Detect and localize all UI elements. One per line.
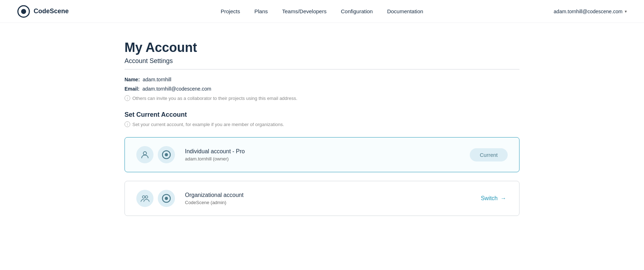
- email-note-row: i Others can invite you as a collaborato…: [125, 95, 519, 101]
- switch-button[interactable]: Switch →: [479, 192, 508, 205]
- individual-account-name: Individual account - Pro: [185, 148, 463, 155]
- nav-teams[interactable]: Teams/Developers: [282, 8, 326, 14]
- account-icons-individual: [136, 146, 175, 163]
- nav-links: Projects Plans Teams/Developers Configur…: [90, 8, 554, 14]
- set-account-note-row: i Set your current account, for example …: [125, 121, 519, 127]
- switch-label: Switch: [481, 195, 498, 202]
- svg-point-2: [143, 152, 147, 155]
- person-icon: [140, 150, 150, 159]
- name-value: adam.tornhill: [143, 77, 171, 82]
- set-account-note-text: Set your current account, for example if…: [132, 122, 284, 127]
- org-codescene-ring-icon: [161, 193, 171, 203]
- name-label: Name:: [125, 77, 140, 82]
- nav-configuration[interactable]: Configuration: [341, 8, 373, 14]
- user-email-display: adam.tornhill@codescene.com: [554, 9, 623, 14]
- svg-point-1: [21, 9, 26, 14]
- set-account-heading: Set Current Account: [125, 111, 519, 119]
- individual-account-sub: adam.tornhill (owner): [185, 156, 463, 161]
- name-row: Name: adam.tornhill: [125, 77, 519, 82]
- nav-projects[interactable]: Projects: [221, 8, 240, 14]
- svg-point-4: [165, 153, 168, 156]
- current-badge-button: Current: [470, 148, 508, 161]
- switch-arrow-icon: →: [501, 195, 506, 202]
- info-icon: i: [125, 95, 130, 101]
- org-account-sub: CodeScene (admin): [185, 200, 472, 205]
- user-menu[interactable]: adam.tornhill@codescene.com ▾: [554, 9, 627, 14]
- brand-name: CodeScene: [34, 8, 69, 15]
- org-account-name: Organizational account: [185, 192, 472, 198]
- account-settings-heading: Account Settings: [125, 57, 519, 69]
- codescene-ring-icon: [161, 150, 171, 160]
- email-value: adam.tornhill@codescene.com: [142, 86, 211, 92]
- org-person-icon: [140, 194, 150, 203]
- person-icon-circle: [136, 146, 153, 163]
- account-card-individual: Individual account - Pro adam.tornhill (…: [125, 137, 519, 172]
- logo-link[interactable]: CodeScene: [17, 5, 69, 18]
- org-logo-ring-circle: [158, 190, 175, 207]
- logo-icon: [17, 5, 30, 18]
- email-label: Email:: [125, 86, 140, 92]
- svg-point-5: [142, 196, 145, 198]
- logo-ring-circle: [158, 146, 175, 163]
- org-person-icon-circle: [136, 190, 153, 207]
- chevron-down-icon: ▾: [625, 9, 627, 14]
- nav-plans[interactable]: Plans: [254, 8, 268, 14]
- navbar: CodeScene Projects Plans Teams/Developer…: [0, 0, 644, 23]
- account-info-individual: Individual account - Pro adam.tornhill (…: [185, 148, 463, 161]
- main-content: My Account Account Settings Name: adam.t…: [107, 23, 537, 242]
- email-row: Email: adam.tornhill@codescene.com: [125, 86, 519, 92]
- page-title: My Account: [125, 40, 519, 55]
- account-card-organizational: Organizational account CodeScene (admin)…: [125, 181, 519, 216]
- account-icons-organizational: [136, 190, 175, 207]
- account-info-organizational: Organizational account CodeScene (admin): [185, 192, 472, 205]
- nav-documentation[interactable]: Documentation: [387, 8, 423, 14]
- email-note-text: Others can invite you as a collaborator …: [132, 96, 297, 101]
- svg-point-8: [165, 197, 168, 200]
- svg-point-6: [145, 196, 148, 198]
- set-account-info-icon: i: [125, 121, 130, 127]
